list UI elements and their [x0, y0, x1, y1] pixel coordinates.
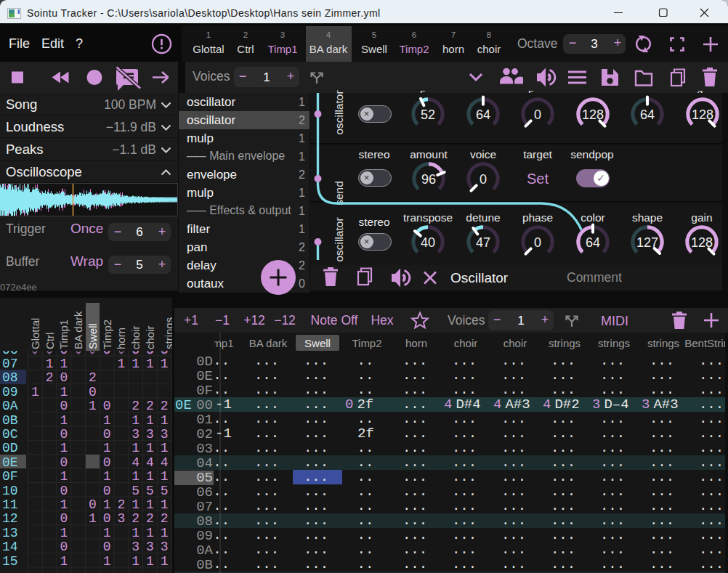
svg-text:voice: voice [470, 148, 496, 160]
svg-text:127: 127 [636, 235, 658, 250]
svg-text:128: 128 [582, 107, 604, 122]
svg-text:shape: shape [632, 211, 663, 224]
svg-text:40: 40 [421, 235, 435, 250]
svg-text:Set: Set [527, 171, 549, 187]
svg-text:64: 64 [476, 107, 490, 122]
svg-text:transpose: transpose [403, 211, 453, 224]
svg-text:target: target [523, 148, 552, 160]
svg-text:detune: detune [466, 211, 500, 224]
svg-text:0: 0 [534, 235, 541, 250]
svg-text:gain: gain [691, 211, 712, 224]
svg-text:0: 0 [534, 107, 541, 122]
svg-text:stereo: stereo [358, 216, 389, 228]
svg-text:47: 47 [476, 235, 490, 250]
svg-text:stereo: stereo [358, 148, 389, 160]
svg-text:96: 96 [421, 172, 436, 187]
svg-text:amount: amount [410, 148, 448, 160]
svg-text:0: 0 [480, 172, 487, 187]
svg-text:64: 64 [640, 107, 655, 122]
svg-text:64: 64 [586, 235, 600, 250]
svg-text:52: 52 [421, 107, 435, 122]
svg-text:color: color [581, 211, 605, 224]
svg-text:phase: phase [522, 211, 553, 224]
svg-text:128: 128 [692, 107, 713, 122]
svg-text:sendpop: sendpop [570, 148, 613, 160]
svg-text:128: 128 [691, 235, 713, 250]
